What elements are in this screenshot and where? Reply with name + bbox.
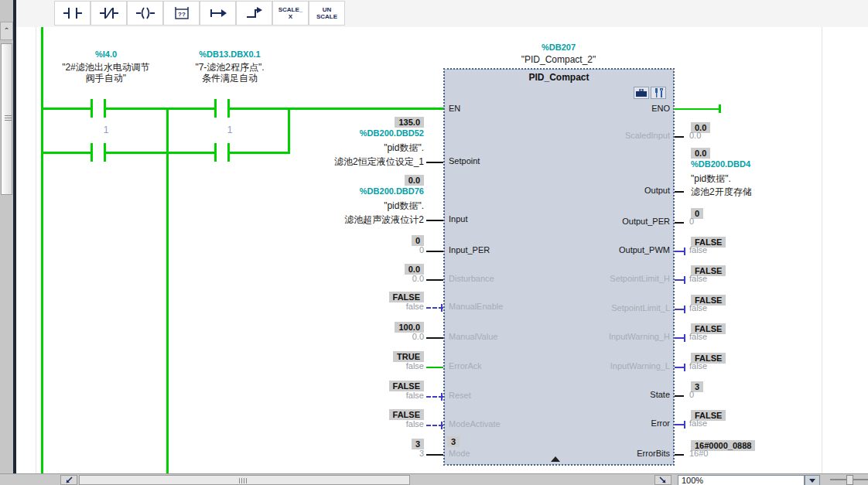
monitor-box-row: 0.0 xyxy=(224,172,424,185)
mode-inner-box-wrap: 3 xyxy=(447,434,494,446)
scroll-left-button[interactable] xyxy=(60,475,77,485)
monitor-box-row: FALSE xyxy=(224,378,424,391)
monitor-box-row: 100.0 xyxy=(224,319,424,332)
operand-value-Output_PWM[interactable]: false xyxy=(689,245,859,256)
branch-vertical-line xyxy=(166,108,169,473)
operand-value-Input_PER[interactable]: 0 xyxy=(224,245,424,256)
grip-icon xyxy=(5,115,12,116)
no-contact[interactable] xyxy=(87,97,111,119)
block-db-address[interactable]: %DB207 xyxy=(443,43,675,53)
open-branch-icon xyxy=(208,5,228,21)
operand-value-Mode[interactable]: 3 xyxy=(224,449,424,459)
connection-line xyxy=(426,220,443,221)
operand-address[interactable]: %DB200.DBD4 xyxy=(691,159,861,170)
monitor-box-row: 0 xyxy=(224,233,424,245)
pin-label-SetpointLimit_L: SetpointLimit_L xyxy=(495,303,670,314)
operand-name[interactable]: 滤池2开度存储 xyxy=(691,186,861,196)
connection-line xyxy=(426,251,443,252)
contact-address[interactable]: %DB13.DBX0.1 xyxy=(152,50,307,60)
pid-compact-block[interactable]: PID_Compact xyxy=(445,70,673,464)
chevron-up-icon: ⌃ xyxy=(4,26,10,34)
monitor-box-Disturbance[interactable]: 0.0 xyxy=(405,264,424,275)
toolbar-button-insert-nc-contact[interactable] xyxy=(91,1,127,26)
toolbar-button-unscale[interactable]: UN SCALE xyxy=(309,1,345,26)
monitor-box-Input[interactable]: 0.0 xyxy=(405,175,424,186)
operand-name[interactable]: "pid数据". xyxy=(691,172,861,183)
monitor-box-Setpoint[interactable]: 135.0 xyxy=(395,117,424,128)
bool-connection-line xyxy=(675,424,684,425)
operand-value-ErrorAck[interactable]: false xyxy=(224,361,424,372)
svg-text:??: ?? xyxy=(178,11,186,18)
monitor-box-ManualValue[interactable]: 100.0 xyxy=(395,322,424,333)
eno-line-end-tick xyxy=(719,104,721,113)
vertical-scrollbar-thumb[interactable] xyxy=(1,43,12,195)
vertical-scrollbar[interactable]: ⌃ xyxy=(0,0,13,485)
block-instance-name[interactable]: "PID_Compact_2" xyxy=(443,54,675,66)
operand-value-ScaledInput[interactable]: 0.0 xyxy=(689,131,859,142)
toolbar-button-close-branch[interactable] xyxy=(236,1,272,26)
bool-connection-line xyxy=(675,279,684,281)
horizontal-scrollbar-thumb[interactable] xyxy=(79,475,410,485)
monitor-box-ModeActivate[interactable]: FALSE xyxy=(389,409,424,420)
zoom-level-combobox[interactable]: 100% xyxy=(678,475,805,485)
operand-name[interactable]: 滤池2恒定液位设定_1 xyxy=(224,155,424,166)
operand-value-SetpointLimit_H[interactable]: false xyxy=(689,274,859,285)
monitor-box-Output[interactable]: 0.0 xyxy=(691,148,710,159)
monitor-box-Reset[interactable]: FALSE xyxy=(389,381,424,391)
operand-value-ManualEnable[interactable]: false xyxy=(224,302,424,313)
operand-value-Disturbance[interactable]: 0.0 xyxy=(224,274,424,285)
bool-connection-tick xyxy=(684,276,685,284)
scroll-right-button[interactable] xyxy=(654,475,672,485)
operand-address[interactable]: %DB200.DBD52 xyxy=(224,128,424,139)
toolbar-button-open-branch[interactable] xyxy=(200,1,236,26)
commissioning-icon[interactable] xyxy=(651,87,666,99)
monitor-box-ManualEnable[interactable]: FALSE xyxy=(389,292,424,302)
bool-connection-tick xyxy=(441,304,443,312)
contact-open-icon xyxy=(63,5,83,21)
operand-value-Reset[interactable]: false xyxy=(224,391,424,401)
bool-connection-tick xyxy=(684,306,685,313)
toolbar-button-insert-empty-box[interactable]: ?? xyxy=(163,1,200,26)
operand-address[interactable]: %DB200.DBD76 xyxy=(224,186,424,197)
operand-value-ErrorBits[interactable]: 16#0 xyxy=(689,449,859,459)
toolbar-button-insert-coil[interactable] xyxy=(127,1,163,26)
monitor-box-Input_PER[interactable]: 0 xyxy=(412,235,424,246)
operand-value-ManualValue[interactable]: 0.0 xyxy=(224,332,424,343)
status-bar: 100% xyxy=(0,473,868,485)
operand-value-Output_PER[interactable]: 0 xyxy=(689,217,859,227)
operand-value-InputWarning_H[interactable]: false xyxy=(689,332,859,343)
bool-connection-tick xyxy=(684,334,685,342)
monitor-box-ErrorAck[interactable]: TRUE xyxy=(393,351,424,362)
toolbox-icon[interactable] xyxy=(634,87,649,99)
tia-portal-lad-editor: ⌃ ??SCALE_ XUN SCALE %I4.0"2#滤池出水电动调节阀手自… xyxy=(0,0,868,485)
operand-value-State[interactable]: 0 xyxy=(689,390,859,401)
zoom-slider-handle[interactable] xyxy=(846,475,853,485)
pin-label-SetpointLimit_H: SetpointLimit_H xyxy=(495,274,670,285)
mode-inner-monitor-box[interactable]: 3 xyxy=(447,436,460,447)
no-contact[interactable] xyxy=(87,142,111,163)
zoom-dropdown-button[interactable] xyxy=(805,475,820,485)
bool-connection-tick xyxy=(684,364,685,371)
monitor-box-Mode[interactable]: 3 xyxy=(412,439,424,449)
operand-name[interactable]: 滤池超声波液位计2 xyxy=(224,213,424,224)
operand-value-Error[interactable]: false xyxy=(689,418,859,429)
connection-line xyxy=(426,162,443,163)
toolbar-button-scale-x[interactable]: SCALE_ X xyxy=(272,1,309,26)
operand-value-InputWarning_L[interactable]: false xyxy=(689,361,859,372)
operand-name[interactable]: "pid数据". xyxy=(224,200,424,210)
operand-value-ModeActivate[interactable]: false xyxy=(224,419,424,430)
power-rail xyxy=(41,27,43,473)
bool-connection-tick xyxy=(441,393,443,401)
eno-power-line xyxy=(674,108,719,110)
bool-connection-line xyxy=(675,337,684,339)
unscale-label: UN SCALE xyxy=(316,6,337,20)
monitor-box-row: FALSE xyxy=(224,407,424,419)
operand-name[interactable]: "pid数据". xyxy=(224,142,424,152)
bool-connection-tick xyxy=(441,422,443,429)
scroll-up-button[interactable]: ⌃ xyxy=(0,22,13,40)
commissioning-icon xyxy=(654,88,664,97)
connection-line xyxy=(675,395,684,397)
connection-line xyxy=(675,191,684,193)
toolbar-button-insert-no-contact[interactable] xyxy=(54,1,91,26)
operand-value-SetpointLimit_L[interactable]: false xyxy=(689,303,859,314)
